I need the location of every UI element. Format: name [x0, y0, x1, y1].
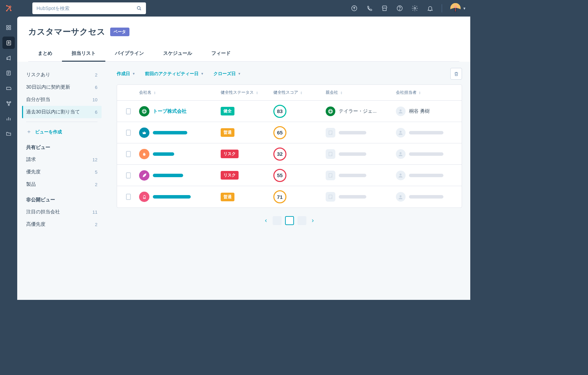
- sidebar-item-label: 注目の担当会社: [26, 209, 60, 215]
- col-owner[interactable]: 会社担当者▲▼: [392, 90, 462, 95]
- rail-commerce[interactable]: [2, 82, 15, 94]
- tab[interactable]: パイプライン: [105, 46, 154, 61]
- sidebar-view-item[interactable]: 製品2: [22, 178, 102, 191]
- chevron-down-icon: ▼: [201, 72, 204, 75]
- page-box[interactable]: [273, 216, 282, 225]
- row-checkbox[interactable]: [126, 172, 131, 179]
- placeholder-bar: [339, 174, 366, 177]
- placeholder-bar: [153, 152, 174, 156]
- health-score: 65: [273, 126, 286, 139]
- rail-contacts[interactable]: [2, 37, 15, 49]
- phone-icon[interactable]: [366, 5, 373, 12]
- rail-content[interactable]: [2, 67, 15, 79]
- tab[interactable]: スケジュール: [154, 46, 202, 61]
- marketplace-icon[interactable]: [381, 5, 388, 12]
- sidebar-item-label: 高優先度: [26, 221, 45, 227]
- chevron-down-icon: ▼: [238, 72, 241, 75]
- rail-files[interactable]: [2, 128, 15, 140]
- placeholder-bar: [409, 152, 443, 156]
- table-row[interactable]: リスク32: [117, 143, 462, 165]
- sidebar-item-count: 10: [93, 97, 97, 102]
- search-input[interactable]: [36, 6, 134, 11]
- placeholder-bar: [339, 195, 366, 199]
- svg-point-5: [10, 6, 11, 7]
- table-row[interactable]: 普通71: [117, 186, 462, 207]
- rail-marketing[interactable]: [2, 52, 15, 64]
- sidebar-view-item[interactable]: 30日以内に契約更新6: [22, 81, 102, 93]
- row-checkbox[interactable]: [126, 108, 131, 114]
- svg-point-33: [142, 110, 146, 112]
- sidebar-item-count: 6: [95, 110, 97, 115]
- sidebar-item-label: 製品: [26, 181, 36, 188]
- settings-icon[interactable]: [411, 5, 418, 12]
- pagination: ‹ ›: [117, 208, 462, 229]
- table-row[interactable]: 普通65: [117, 122, 462, 143]
- rail-apps[interactable]: [2, 21, 15, 34]
- health-status-badge: 普通: [221, 128, 234, 137]
- tab[interactable]: まとめ: [28, 46, 62, 61]
- parent-company-icon: [326, 107, 335, 116]
- sidebar-view-item[interactable]: 高優先度2: [22, 218, 102, 231]
- svg-point-34: [143, 109, 145, 113]
- owner-name: 桐谷 勇樹: [409, 108, 430, 114]
- page-box[interactable]: [297, 216, 306, 225]
- create-view-button[interactable]: ＋ ビューを作成: [22, 125, 102, 138]
- rail-reports[interactable]: [2, 112, 15, 125]
- svg-rect-17: [9, 26, 11, 27]
- filter-chip[interactable]: 作成日▼: [117, 71, 135, 77]
- shared-views-heading: 共有ビュー: [22, 138, 102, 153]
- delete-button[interactable]: [450, 68, 462, 80]
- global-search[interactable]: [32, 2, 146, 14]
- row-checkbox[interactable]: [126, 130, 131, 136]
- company-name[interactable]: トーブ株式会社: [153, 108, 187, 114]
- person-icon: [396, 107, 406, 116]
- svg-point-36: [328, 110, 333, 112]
- upgrade-icon[interactable]: [351, 5, 358, 12]
- col-parent[interactable]: 親会社▲▼: [322, 90, 391, 95]
- company-icon: [139, 170, 149, 181]
- person-icon: [396, 171, 406, 180]
- hubspot-logo[interactable]: [0, 4, 17, 12]
- prev-page[interactable]: ‹: [263, 215, 269, 225]
- col-health-status[interactable]: 健全性ステータス▲▼: [217, 90, 269, 95]
- sidebar-view-item[interactable]: 優先度5: [22, 166, 102, 178]
- next-page[interactable]: ›: [310, 215, 316, 225]
- sidebar-view-item[interactable]: 自分が担当10: [22, 93, 102, 106]
- help-icon[interactable]: [396, 5, 403, 12]
- notifications-icon[interactable]: [427, 5, 433, 12]
- chevron-down-icon: ▼: [463, 7, 466, 10]
- sidebar-view-item[interactable]: リスクあり2: [22, 69, 102, 81]
- placeholder-bar: [339, 131, 366, 134]
- health-status-badge: 普通: [221, 193, 234, 201]
- svg-rect-39: [329, 131, 332, 134]
- page-box-active[interactable]: [285, 216, 294, 225]
- health-score: 83: [273, 105, 286, 118]
- table-row[interactable]: トーブ株式会社健全83テイラー・ジェ...桐谷 勇樹: [117, 101, 462, 122]
- sidebar-view-item[interactable]: 注目の担当会社11: [22, 206, 102, 218]
- tab[interactable]: フィード: [202, 46, 240, 61]
- tabs: まとめ担当リストパイプラインスケジュールフィード: [28, 46, 459, 62]
- col-company[interactable]: 会社名▲▼: [135, 90, 217, 95]
- row-checkbox[interactable]: [126, 194, 131, 200]
- sidebar-item-count: 2: [95, 182, 97, 187]
- table-row[interactable]: リスク55: [117, 165, 462, 186]
- health-status-badge: リスク: [221, 150, 239, 158]
- sort-icon: ▲▼: [256, 91, 258, 94]
- sidebar-item-count: 11: [93, 210, 97, 215]
- sidebar-item-label: 過去30日以内に割り当て: [26, 109, 80, 115]
- filter-chip[interactable]: クローズ日▼: [213, 71, 241, 77]
- col-health-score[interactable]: 健全性スコア▲▼: [269, 90, 322, 95]
- account-menu[interactable]: ▼: [450, 3, 466, 13]
- building-icon: [326, 149, 335, 159]
- tab[interactable]: 担当リスト: [62, 46, 105, 61]
- sort-icon: ▲▼: [340, 91, 343, 94]
- filter-chip[interactable]: 前回のアクティビティー日▼: [145, 71, 204, 77]
- svg-point-60: [400, 152, 402, 154]
- building-icon: [326, 192, 335, 202]
- sidebar-view-item[interactable]: 請求12: [22, 153, 102, 166]
- placeholder-bar: [153, 195, 191, 199]
- rail-automation[interactable]: [2, 97, 15, 110]
- sidebar-view-item[interactable]: 過去30日以内に割り当て6: [22, 106, 102, 118]
- placeholder-bar: [153, 174, 183, 177]
- row-checkbox[interactable]: [126, 151, 131, 157]
